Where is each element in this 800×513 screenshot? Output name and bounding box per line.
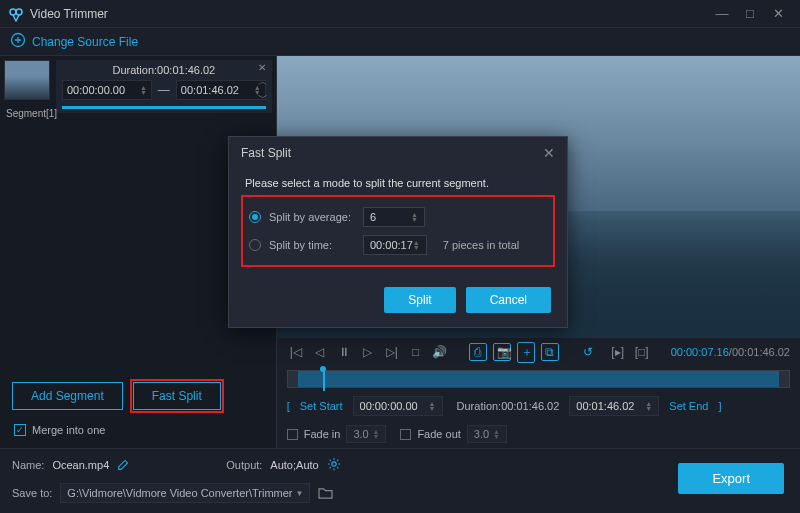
dialog-prompt: Please select a mode to split the curren… — [245, 177, 551, 189]
app-logo-icon — [8, 6, 24, 22]
segment-down-icon[interactable]: ﹀ — [258, 91, 268, 105]
mark-in-icon[interactable]: [▸] — [609, 345, 627, 359]
tool-copy-icon[interactable]: ⧉ — [541, 343, 559, 361]
playback-controls: |◁ ◁ ⏸ ▷ ▷| □ 🔊 ⎙ 📷 ＋ ⧉ ↺ [▸] [□] 00:00:… — [277, 338, 800, 366]
segment-start-input[interactable]: 00:00:00.00 ▲▼ — [62, 80, 152, 100]
bracket-left-icon: [ — [287, 400, 290, 412]
fade-in-label: Fade in — [304, 428, 341, 440]
svg-point-3 — [332, 462, 336, 466]
title-bar: Video Trimmer — □ ✕ — [0, 0, 800, 28]
change-source-link[interactable]: Change Source File — [32, 35, 138, 49]
toolbar: Change Source File — [0, 28, 800, 56]
footer: Name: Ocean.mp4 Output: Auto;Auto Save t… — [0, 448, 800, 512]
skip-start-icon[interactable]: |◁ — [287, 345, 305, 359]
split-average-radio[interactable] — [249, 211, 261, 223]
range-row: [ Set Start 00:00:00.00▲▼ Duration:00:01… — [277, 392, 800, 420]
set-start-link[interactable]: Set Start — [300, 400, 343, 412]
play-pause-icon[interactable]: ⏸ — [335, 345, 353, 359]
split-average-label: Split by average: — [269, 211, 355, 223]
segment-duration-label: Duration:00:01:46.02 — [62, 64, 266, 76]
dialog-title: Fast Split — [241, 146, 291, 160]
svg-point-1 — [16, 9, 22, 15]
skip-end-icon[interactable]: ▷| — [383, 345, 401, 359]
range-duration-label: Duration:00:01:46.02 — [457, 400, 560, 412]
segment-progress-bar — [62, 106, 266, 109]
save-to-label: Save to: — [12, 487, 52, 499]
range-end-input[interactable]: 00:01:46.02▲▼ — [569, 396, 659, 416]
dialog-cancel-button[interactable]: Cancel — [466, 287, 551, 313]
merge-checkbox[interactable]: ✓ — [14, 424, 26, 436]
save-path-dropdown[interactable]: G:\Vidmore\Vidmore Video Converter\Trimm… — [60, 483, 310, 503]
fade-out-input[interactable]: 3.0▲▼ — [467, 425, 507, 443]
output-label: Output: — [226, 459, 262, 471]
fade-in-input[interactable]: 3.0▲▼ — [346, 425, 386, 443]
segment-info: ✕ ︿ ﹀ Duration:00:01:46.02 00:00:00.00 ▲… — [56, 60, 272, 113]
split-time-radio[interactable] — [249, 239, 261, 251]
dialog-close-icon[interactable]: ✕ — [543, 145, 555, 161]
split-average-input[interactable]: 6▲▼ — [363, 207, 425, 227]
stop-icon[interactable]: □ — [407, 345, 425, 359]
open-folder-icon[interactable] — [318, 486, 333, 501]
tool-add-icon[interactable]: ＋ — [517, 342, 535, 363]
close-button[interactable]: ✕ — [764, 6, 792, 21]
split-time-label: Split by time: — [269, 239, 355, 251]
plus-circle-icon[interactable] — [10, 32, 26, 51]
fast-split-dialog: Fast Split ✕ Please select a mode to spl… — [228, 136, 568, 328]
output-settings-icon[interactable] — [327, 457, 343, 473]
set-end-link[interactable]: Set End — [669, 400, 708, 412]
output-value: Auto;Auto — [270, 459, 318, 471]
range-dash: — — [158, 83, 170, 97]
split-time-input[interactable]: 00:00:17▲▼ — [363, 235, 427, 255]
minimize-button[interactable]: — — [708, 6, 736, 21]
mark-out-icon[interactable]: [□] — [633, 345, 651, 359]
add-segment-button[interactable]: Add Segment — [12, 382, 123, 410]
segment-end-input[interactable]: 00:01:46.02 ▲▼ — [176, 80, 266, 100]
fast-split-button[interactable]: Fast Split — [133, 382, 221, 410]
bracket-right-icon: ] — [718, 400, 721, 412]
segment-thumbnail[interactable] — [4, 60, 50, 100]
svg-point-0 — [10, 9, 16, 15]
merge-label: Merge into one — [32, 424, 105, 436]
fade-in-checkbox[interactable] — [287, 429, 298, 440]
fade-out-label: Fade out — [417, 428, 460, 440]
fade-out-checkbox[interactable] — [400, 429, 411, 440]
app-title: Video Trimmer — [30, 7, 708, 21]
maximize-button[interactable]: □ — [736, 6, 764, 21]
tool-camera-icon[interactable]: 📷 — [493, 343, 511, 361]
name-label: Name: — [12, 459, 44, 471]
step-back-icon[interactable]: ◁ — [311, 345, 329, 359]
dialog-split-button[interactable]: Split — [384, 287, 455, 313]
segment-remove-icon[interactable]: ✕ — [258, 62, 268, 73]
split-pieces-hint: 7 pieces in total — [443, 239, 519, 251]
undo-icon[interactable]: ↺ — [579, 345, 597, 359]
name-value: Ocean.mp4 — [52, 459, 109, 471]
playback-timecode: 00:00:07.16/00:01:46.02 — [671, 346, 790, 358]
volume-icon[interactable]: 🔊 — [431, 345, 449, 359]
edit-name-icon[interactable] — [117, 458, 130, 473]
segment-name-label: Segment[1] — [6, 108, 57, 119]
segment-up-icon[interactable]: ︿ — [258, 75, 268, 89]
range-start-input[interactable]: 00:00:00.00▲▼ — [353, 396, 443, 416]
fade-row: Fade in 3.0▲▼ Fade out 3.0▲▼ — [277, 420, 800, 448]
tool-snapshot-icon[interactable]: ⎙ — [469, 343, 487, 361]
step-forward-icon[interactable]: ▷ — [359, 345, 377, 359]
export-button[interactable]: Export — [678, 463, 784, 494]
timeline[interactable] — [277, 366, 800, 392]
